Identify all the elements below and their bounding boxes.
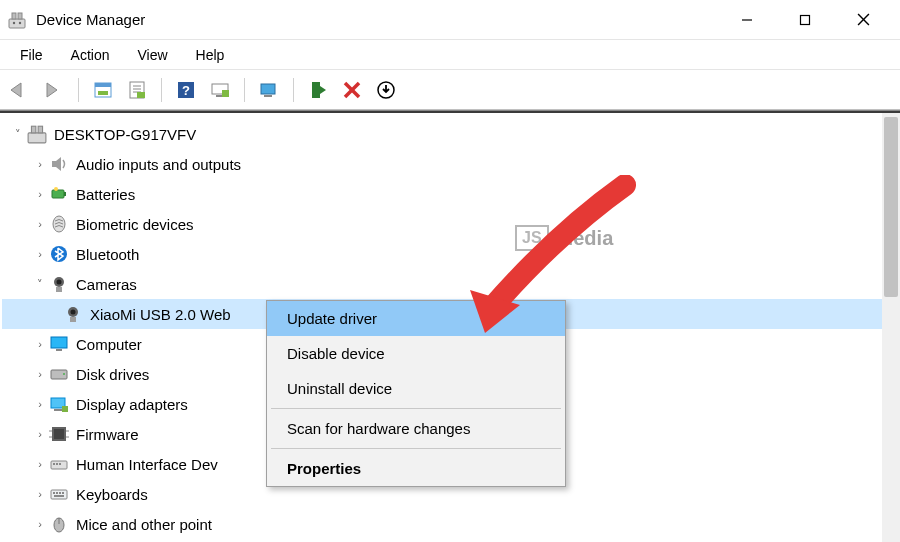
ctx-disable-device[interactable]: Disable device bbox=[267, 336, 565, 371]
svg-rect-60 bbox=[53, 492, 55, 494]
svg-rect-48 bbox=[62, 406, 68, 412]
tree-node-cameras[interactable]: ˅ Cameras bbox=[2, 269, 898, 299]
expand-icon[interactable]: › bbox=[32, 248, 48, 260]
ctx-uninstall-device[interactable]: Uninstall device bbox=[267, 371, 565, 406]
ctx-separator bbox=[271, 448, 561, 449]
svg-rect-23 bbox=[264, 95, 272, 97]
ctx-scan-hardware[interactable]: Scan for hardware changes bbox=[267, 411, 565, 446]
svg-point-3 bbox=[13, 21, 15, 23]
tree-node-label: Firmware bbox=[76, 426, 139, 443]
toolbar-separator bbox=[293, 78, 294, 102]
collapse-icon[interactable]: ˅ bbox=[10, 128, 26, 141]
hid-icon bbox=[48, 453, 70, 475]
expand-icon[interactable]: › bbox=[32, 458, 48, 470]
properties-button[interactable] bbox=[123, 76, 151, 104]
tree-node-audio[interactable]: › Audio inputs and outputs bbox=[2, 149, 898, 179]
svg-point-37 bbox=[57, 280, 62, 285]
monitor-icon bbox=[48, 333, 70, 355]
close-button[interactable] bbox=[834, 0, 892, 40]
uninstall-device-button[interactable] bbox=[372, 76, 400, 104]
collapse-icon[interactable]: ˅ bbox=[32, 278, 48, 291]
tree-node-label: Disk drives bbox=[76, 366, 149, 383]
svg-rect-31 bbox=[52, 190, 64, 198]
menu-file[interactable]: File bbox=[6, 43, 57, 67]
svg-rect-56 bbox=[53, 463, 55, 465]
mouse-icon bbox=[48, 513, 70, 535]
svg-rect-57 bbox=[56, 463, 58, 465]
expand-icon[interactable]: › bbox=[32, 188, 48, 200]
tree-node-batteries[interactable]: › Batteries bbox=[2, 179, 898, 209]
show-hidden-button[interactable] bbox=[89, 76, 117, 104]
window-controls bbox=[718, 0, 892, 40]
svg-rect-47 bbox=[54, 409, 62, 411]
ctx-properties[interactable]: Properties bbox=[267, 451, 565, 486]
expand-icon[interactable]: › bbox=[32, 368, 48, 380]
expand-icon[interactable]: › bbox=[32, 428, 48, 440]
toolbar-separator bbox=[78, 78, 79, 102]
disk-icon bbox=[48, 363, 70, 385]
menu-help[interactable]: Help bbox=[182, 43, 239, 67]
ctx-update-driver[interactable]: Update driver bbox=[267, 301, 565, 336]
svg-point-34 bbox=[53, 216, 65, 232]
menu-view[interactable]: View bbox=[123, 43, 181, 67]
svg-rect-22 bbox=[261, 84, 275, 94]
vertical-scrollbar[interactable] bbox=[882, 113, 900, 542]
disable-device-button[interactable] bbox=[338, 76, 366, 104]
maximize-button[interactable] bbox=[776, 0, 834, 40]
bluetooth-icon bbox=[48, 243, 70, 265]
menu-action[interactable]: Action bbox=[57, 43, 124, 67]
toolbar: ? bbox=[0, 70, 900, 110]
tree-node-biometric[interactable]: › Biometric devices bbox=[2, 209, 898, 239]
context-menu: Update driver Disable device Uninstall d… bbox=[266, 300, 566, 487]
svg-rect-24 bbox=[312, 82, 320, 98]
enable-device-button[interactable] bbox=[304, 76, 332, 104]
svg-rect-59 bbox=[51, 490, 67, 499]
help-button[interactable]: ? bbox=[172, 76, 200, 104]
svg-point-45 bbox=[63, 373, 65, 375]
svg-rect-10 bbox=[95, 83, 111, 87]
tree-node-label: Bluetooth bbox=[76, 246, 139, 263]
menubar: File Action View Help bbox=[0, 40, 900, 70]
toolbar-separator bbox=[244, 78, 245, 102]
svg-rect-41 bbox=[70, 317, 76, 322]
forward-button[interactable] bbox=[40, 76, 68, 104]
scrollbar-thumb[interactable] bbox=[884, 117, 898, 297]
app-icon bbox=[8, 11, 26, 29]
watermark-badge: JS bbox=[515, 225, 549, 251]
expand-icon[interactable]: › bbox=[32, 158, 48, 170]
expand-icon[interactable]: › bbox=[32, 488, 48, 500]
computer-icon bbox=[26, 123, 48, 145]
firmware-icon bbox=[48, 423, 70, 445]
svg-rect-43 bbox=[56, 349, 62, 351]
tree-node-label: Batteries bbox=[76, 186, 135, 203]
tree-node-label: Audio inputs and outputs bbox=[76, 156, 241, 173]
minimize-button[interactable] bbox=[718, 0, 776, 40]
speaker-icon bbox=[48, 153, 70, 175]
svg-text:?: ? bbox=[182, 83, 190, 98]
svg-rect-16 bbox=[137, 92, 145, 98]
svg-rect-28 bbox=[28, 133, 46, 143]
tree-node-label: Computer bbox=[76, 336, 142, 353]
tree-root[interactable]: ˅ DESKTOP-G917VFV bbox=[2, 119, 898, 149]
svg-point-4 bbox=[19, 21, 21, 23]
expand-icon[interactable]: › bbox=[32, 518, 48, 530]
svg-rect-64 bbox=[54, 495, 64, 497]
update-driver-button[interactable] bbox=[255, 76, 283, 104]
watermark-text: Media bbox=[557, 227, 614, 250]
svg-point-40 bbox=[71, 310, 76, 315]
keyboard-icon bbox=[48, 483, 70, 505]
tree-node-label: Display adapters bbox=[76, 396, 188, 413]
titlebar: Device Manager bbox=[0, 0, 900, 40]
tree-node-label: Biometric devices bbox=[76, 216, 194, 233]
expand-icon[interactable]: › bbox=[32, 218, 48, 230]
tree-node-mice[interactable]: › Mice and other point bbox=[2, 509, 898, 539]
tree-node-bluetooth[interactable]: › Bluetooth bbox=[2, 239, 898, 269]
expand-icon[interactable]: › bbox=[32, 398, 48, 410]
svg-rect-62 bbox=[59, 492, 61, 494]
svg-rect-30 bbox=[38, 126, 42, 133]
ctx-separator bbox=[271, 408, 561, 409]
tree-node-label: Human Interface Dev bbox=[76, 456, 218, 473]
expand-icon[interactable]: › bbox=[32, 338, 48, 350]
scan-hardware-button[interactable] bbox=[206, 76, 234, 104]
back-button[interactable] bbox=[6, 76, 34, 104]
